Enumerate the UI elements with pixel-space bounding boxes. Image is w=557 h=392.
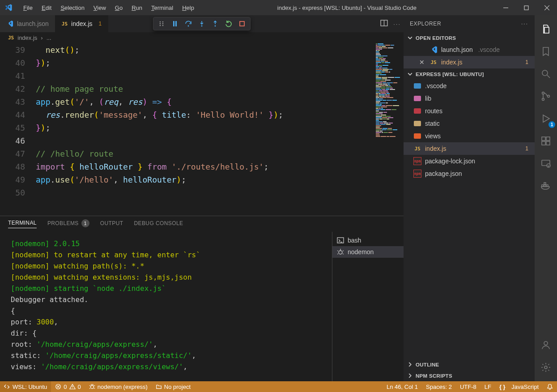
editor-tabs: launch.jsonJSindex.js1 ··· — [0, 15, 404, 32]
tree-item-routes[interactable]: routes — [404, 105, 535, 117]
minimize-button[interactable] — [495, 0, 516, 15]
panel-tab-label: TERMINAL — [8, 220, 37, 226]
svg-point-18 — [542, 98, 544, 101]
folder-section-header[interactable]: EXPRESS [WSL: UBUNTU] — [404, 68, 535, 80]
svg-point-1 — [160, 21, 161, 23]
tree-item-views[interactable]: views — [404, 130, 535, 142]
open-editors-section-header[interactable]: OPEN EDITORS — [404, 32, 535, 43]
panel-tab-terminal[interactable]: TERMINAL — [8, 220, 37, 228]
debug-toolbar — [153, 17, 251, 30]
status-remote[interactable]: WSL: Ubuntu — [0, 381, 51, 392]
svg-rect-12 — [240, 21, 244, 26]
svg-rect-22 — [542, 141, 545, 145]
panel-tab-problems[interactable]: PROBLEMS1 — [47, 219, 89, 229]
tree-item-label: static — [425, 120, 440, 127]
tab-index-js[interactable]: JSindex.js1 — [55, 15, 108, 32]
activity-docker-button[interactable] — [535, 175, 557, 197]
tree-item--vscode[interactable]: .vscode — [404, 80, 535, 92]
editor-more-button[interactable]: ··· — [393, 21, 401, 27]
svg-point-19 — [548, 95, 550, 98]
open-editor-hint: .vscode — [478, 46, 500, 53]
status-cursor[interactable]: Ln 46, Col 1 — [383, 383, 422, 390]
open-editor-index-js[interactable]: ✕JSindex.js1 — [404, 56, 535, 68]
activity-source-control-button[interactable] — [535, 85, 557, 107]
debug-step-into-button[interactable] — [196, 18, 207, 29]
terminal-icon — [337, 237, 344, 244]
activity-explorer-button[interactable] — [535, 18, 557, 40]
debug-pause-button[interactable] — [170, 18, 180, 29]
menu-run[interactable]: Run — [127, 3, 147, 13]
folder-icon — [414, 96, 421, 101]
debug-stop-button[interactable] — [237, 18, 247, 29]
debug-badge: 1 — [548, 121, 555, 128]
status-notifications-button[interactable] — [543, 383, 557, 390]
tab-launch-json[interactable]: launch.json — [0, 15, 55, 32]
svg-rect-21 — [546, 137, 550, 141]
code-body: next();});// home page routeapp.get('/',… — [36, 43, 404, 216]
menu-terminal[interactable]: Terminal — [147, 3, 178, 13]
open-editor-launch-json[interactable]: launch.json .vscode — [404, 43, 535, 56]
status-debug[interactable]: nodemon (express) — [85, 381, 152, 392]
panel-tab-debug-console[interactable]: DEBUG CONSOLE — [134, 220, 183, 228]
terminal-entry-label: bash — [348, 237, 361, 244]
explorer-more-button[interactable]: ··· — [521, 21, 528, 27]
close-icon[interactable]: ✕ — [418, 59, 426, 66]
svg-point-6 — [162, 25, 164, 26]
menu-view[interactable]: View — [89, 3, 111, 13]
activity-extensions-button[interactable] — [535, 130, 557, 152]
terminal-output[interactable]: [nodemon] 2.0.15[nodemon] to restart at … — [0, 232, 332, 381]
debug-step-over-button[interactable] — [183, 18, 194, 29]
svg-point-10 — [201, 26, 203, 27]
split-editor-button[interactable] — [380, 19, 388, 28]
activity-search-button[interactable] — [535, 63, 557, 85]
tree-item-label: package-lock.json — [425, 158, 475, 165]
debug-step-out-button[interactable] — [210, 18, 221, 29]
status-eol[interactable]: LF — [480, 383, 495, 390]
activity-bookmark-button[interactable] — [535, 40, 557, 63]
open-editor-label: index.js — [441, 59, 462, 66]
breadcrumb-file: index.js — [17, 34, 37, 41]
file-tree: .vscodelibroutesstaticviewsJSindex.js1np… — [404, 80, 535, 180]
minimap[interactable] — [376, 43, 400, 160]
svg-point-16 — [542, 70, 548, 76]
tree-item-lib[interactable]: lib — [404, 92, 535, 105]
breadcrumb[interactable]: JS index.js › ... — [0, 32, 404, 43]
panel-tab-output[interactable]: OUTPUT — [100, 220, 123, 228]
menu-selection[interactable]: Selection — [56, 3, 89, 13]
activity-settings-button[interactable] — [535, 356, 557, 379]
svg-rect-20 — [542, 137, 545, 141]
tree-item-index-js[interactable]: JSindex.js1 — [404, 142, 535, 155]
status-encoding[interactable]: UTF-8 — [456, 383, 480, 390]
outline-section-header[interactable]: OUTLINE — [404, 359, 535, 370]
maximize-button[interactable] — [516, 0, 536, 15]
tree-item-package-json[interactable]: npmpackage.json — [404, 167, 535, 180]
debug-restart-button[interactable] — [223, 18, 234, 29]
status-warnings: 0 — [78, 383, 81, 390]
npm-file-icon: npm — [413, 170, 421, 178]
status-language[interactable]: { } JavaScript — [495, 383, 543, 390]
menu-edit[interactable]: Edit — [37, 3, 56, 13]
open-editors-list: launch.json .vscode✕JSindex.js1 — [404, 43, 535, 68]
close-window-button[interactable] — [536, 0, 557, 15]
svg-point-33 — [90, 385, 94, 388]
terminal-entry-nodemon[interactable]: nodemon — [332, 246, 404, 258]
menu-file[interactable]: File — [19, 3, 37, 13]
npm-scripts-section-header[interactable]: NPM SCRIPTS — [404, 370, 535, 381]
activity-run-debug-button[interactable]: 1 — [535, 107, 557, 130]
svg-point-2 — [160, 23, 161, 25]
status-problems[interactable]: 0 0 — [51, 381, 85, 392]
status-spaces[interactable]: Spaces: 2 — [422, 383, 456, 390]
tree-item-static[interactable]: static — [404, 117, 535, 130]
activity-remote-button[interactable] — [535, 152, 557, 175]
debug-drag-handle-icon[interactable] — [156, 18, 167, 29]
terminal-entry-bash[interactable]: bash — [332, 234, 404, 246]
tree-item-label: lib — [425, 95, 431, 102]
code-editor[interactable]: 394041424344454647484950 next();});// ho… — [0, 43, 404, 216]
folder-icon — [414, 83, 421, 89]
menu-go[interactable]: Go — [111, 3, 127, 13]
status-project[interactable]: No project — [152, 381, 195, 392]
menu-help[interactable]: Help — [178, 3, 199, 13]
activity-accounts-button[interactable] — [535, 334, 557, 356]
tree-item-label: routes — [425, 107, 442, 115]
tree-item-package-lock-json[interactable]: npmpackage-lock.json — [404, 155, 535, 167]
